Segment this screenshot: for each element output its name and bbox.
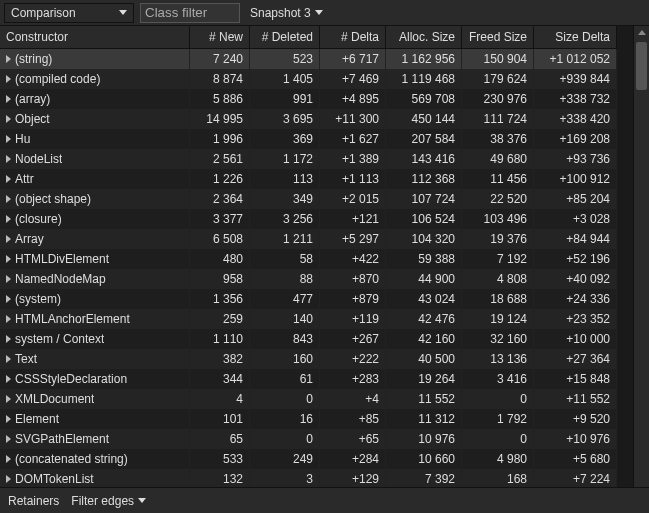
filter-edges-dropdown[interactable]: Filter edges (71, 494, 146, 508)
deleted-cell: 160 (250, 349, 320, 369)
delta-cell: +85 (320, 409, 386, 429)
expand-icon[interactable] (6, 355, 11, 363)
constructor-cell: Hu (0, 129, 190, 149)
snapshot-label: Snapshot 3 (250, 6, 311, 20)
expand-icon[interactable] (6, 75, 11, 83)
col-constructor[interactable]: Constructor (0, 26, 190, 49)
freed-size-cell: 7 192 (462, 249, 534, 269)
deleted-cell: 3 695 (250, 109, 320, 129)
deleted-cell: 1 405 (250, 69, 320, 89)
expand-icon[interactable] (6, 195, 11, 203)
col-new[interactable]: # New (190, 26, 250, 49)
delta-cell: +1 389 (320, 149, 386, 169)
constructor-cell: Element (0, 409, 190, 429)
deleted-cell: 140 (250, 309, 320, 329)
new-cell: 259 (190, 309, 250, 329)
heap-comparison-table: Constructor # New # Deleted # Delta Allo… (0, 26, 649, 487)
col-size-delta[interactable]: Size Delta (534, 26, 617, 49)
expand-icon[interactable] (6, 55, 11, 63)
size-delta-cell: +15 848 (534, 369, 617, 389)
col-freed-size[interactable]: Freed Size (462, 26, 534, 49)
expand-icon[interactable] (6, 135, 11, 143)
expand-icon[interactable] (6, 335, 11, 343)
expand-icon[interactable] (6, 475, 11, 483)
freed-size-cell: 38 376 (462, 129, 534, 149)
table-body: (string)7 240523+6 7171 162 956150 904+1… (0, 49, 633, 487)
new-cell: 3 377 (190, 209, 250, 229)
freed-size-cell: 11 456 (462, 169, 534, 189)
freed-size-cell: 32 160 (462, 329, 534, 349)
constructor-name: (array) (15, 92, 50, 106)
new-cell: 1 996 (190, 129, 250, 149)
delta-cell: +121 (320, 209, 386, 229)
deleted-cell: 249 (250, 449, 320, 469)
alloc-size-cell: 40 500 (386, 349, 462, 369)
expand-icon[interactable] (6, 395, 11, 403)
snapshot-selector[interactable]: Snapshot 3 (246, 6, 327, 20)
size-delta-cell: +939 844 (534, 69, 617, 89)
expand-icon[interactable] (6, 215, 11, 223)
new-cell: 1 110 (190, 329, 250, 349)
constructor-name: HTMLDivElement (15, 252, 109, 266)
deleted-cell: 991 (250, 89, 320, 109)
expand-icon[interactable] (6, 315, 11, 323)
delta-cell: +6 717 (320, 49, 386, 69)
new-cell: 132 (190, 469, 250, 487)
chevron-down-icon (138, 498, 146, 503)
col-alloc-size[interactable]: Alloc. Size (386, 26, 462, 49)
constructor-name: DOMTokenList (15, 472, 94, 486)
expand-icon[interactable] (6, 95, 11, 103)
alloc-size-cell: 143 416 (386, 149, 462, 169)
alloc-size-cell: 112 368 (386, 169, 462, 189)
view-mode-label: Comparison (11, 6, 113, 20)
size-delta-cell: +85 204 (534, 189, 617, 209)
deleted-cell: 58 (250, 249, 320, 269)
constructor-cell: (array) (0, 89, 190, 109)
alloc-size-cell: 7 392 (386, 469, 462, 487)
expand-icon[interactable] (6, 155, 11, 163)
expand-icon[interactable] (6, 255, 11, 263)
expand-icon[interactable] (6, 375, 11, 383)
alloc-size-cell: 1 162 956 (386, 49, 462, 69)
constructor-name: (compiled code) (15, 72, 100, 86)
alloc-size-cell: 569 708 (386, 89, 462, 109)
constructor-cell: system / Context (0, 329, 190, 349)
expand-icon[interactable] (6, 115, 11, 123)
size-delta-cell: +84 944 (534, 229, 617, 249)
class-filter-input[interactable] (140, 3, 240, 23)
scrollbar-thumb[interactable] (636, 42, 647, 90)
new-cell: 8 874 (190, 69, 250, 89)
constructor-cell: (concatenated string) (0, 449, 190, 469)
deleted-cell: 61 (250, 369, 320, 389)
constructor-cell: (compiled code) (0, 69, 190, 89)
expand-icon[interactable] (6, 275, 11, 283)
constructor-cell: HTMLAnchorElement (0, 309, 190, 329)
deleted-cell: 1 211 (250, 229, 320, 249)
filter-edges-label: Filter edges (71, 494, 134, 508)
retainers-tab[interactable]: Retainers (8, 494, 59, 508)
freed-size-cell: 103 496 (462, 209, 534, 229)
size-delta-cell: +23 352 (534, 309, 617, 329)
view-mode-dropdown[interactable]: Comparison (4, 3, 134, 23)
delta-cell: +129 (320, 469, 386, 487)
size-delta-cell: +1 012 052 (534, 49, 617, 69)
new-cell: 6 508 (190, 229, 250, 249)
vertical-scrollbar[interactable] (633, 26, 649, 487)
col-delta[interactable]: # Delta (320, 26, 386, 49)
constructor-cell: NodeList (0, 149, 190, 169)
new-cell: 5 886 (190, 89, 250, 109)
expand-icon[interactable] (6, 435, 11, 443)
delta-cell: +65 (320, 429, 386, 449)
new-cell: 480 (190, 249, 250, 269)
alloc-size-cell: 42 476 (386, 309, 462, 329)
expand-icon[interactable] (6, 175, 11, 183)
alloc-size-cell: 107 724 (386, 189, 462, 209)
expand-icon[interactable] (6, 455, 11, 463)
expand-icon[interactable] (6, 295, 11, 303)
expand-icon[interactable] (6, 415, 11, 423)
freed-size-cell: 3 416 (462, 369, 534, 389)
col-deleted[interactable]: # Deleted (250, 26, 320, 49)
size-delta-cell: +100 912 (534, 169, 617, 189)
new-cell: 65 (190, 429, 250, 449)
expand-icon[interactable] (6, 235, 11, 243)
